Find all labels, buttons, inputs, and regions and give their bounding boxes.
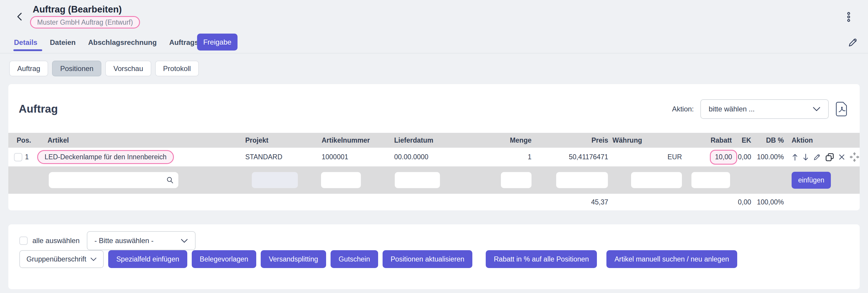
move-down-icon[interactable] [802, 153, 809, 162]
col-header-lieferdatum: Lieferdatum [386, 136, 464, 144]
tabs-separator [0, 53, 868, 54]
bulk-action-select-value: - Bitte auswählen - [95, 236, 154, 245]
row-lieferdatum: 00.00.0000 [386, 153, 464, 161]
copy-row-icon[interactable] [825, 153, 834, 162]
col-header-aktion: Aktion [787, 136, 860, 144]
row-actions [787, 152, 860, 163]
new-position-row: einfügen [8, 166, 860, 194]
bulk-action-select[interactable]: - Bitte auswählen - [87, 231, 195, 250]
col-header-pos: Pos. [8, 136, 34, 144]
total-db: 100,00% [754, 198, 787, 206]
artikel-manuell-suchen-button[interactable]: Artikel manuell suchen / neu anlegen [607, 250, 737, 268]
row-projekt: STANDARD [238, 153, 315, 161]
col-header-waehrung: Währung [611, 136, 685, 144]
delete-row-icon[interactable] [838, 153, 845, 161]
artikelnummer-input[interactable] [321, 172, 361, 188]
bulk-actions-card: alle auswählen - Bitte auswählen - Grupp… [8, 224, 860, 289]
select-all-checkbox[interactable] [19, 236, 28, 245]
col-header-menge: Menge [464, 136, 535, 144]
order-positions-card: Auftrag Aktion: bitte wählen ... [8, 84, 860, 210]
view-subtabs: Auftrag Positionen Vorschau Protokoll [9, 61, 199, 76]
rabatt-alle-positionen-button[interactable]: Rabatt in % auf alle Positionen [486, 250, 597, 268]
subtab-vorschau[interactable]: Vorschau [105, 61, 151, 76]
pdf-export-button[interactable] [835, 102, 848, 117]
spezialfeld-einfuegen-button[interactable]: Spezialfeld einfügen [108, 250, 187, 268]
order-edit-page: Auftrag (Bearbeiten) Muster GmbH Auftrag… [0, 0, 868, 293]
col-header-ek: EK [737, 136, 754, 144]
preis-input[interactable] [556, 172, 608, 188]
edit-row-icon[interactable] [813, 153, 821, 162]
col-header-artikel: Artikel [34, 136, 238, 144]
positionen-aktualisieren-button[interactable]: Positionen aktualisieren [382, 250, 472, 268]
artikel-highlight-badge: LED-Deckenlampe für den Innenbereich [37, 150, 174, 164]
lieferdatum-input[interactable] [395, 172, 440, 188]
row-artikelnummer: 1000001 [315, 153, 386, 161]
row-waehrung: EUR [611, 153, 685, 161]
move-up-icon[interactable] [792, 153, 799, 162]
kebab-menu-button[interactable] [845, 12, 852, 22]
belegevorlagen-button[interactable]: Belegevorlagen [192, 250, 256, 268]
select-all-row: alle auswählen - Bitte auswählen - [8, 224, 860, 250]
action-select-value: bitte wählen ... [709, 105, 755, 113]
gruppenueberschrift-button[interactable]: Gruppenüberschrift [19, 250, 104, 268]
col-header-db: DB % [754, 136, 787, 144]
versandsplitting-button[interactable]: Versandsplitting [261, 250, 326, 268]
total-ek: 0,00 [737, 198, 754, 206]
order-card-actions: Aktion: bitte wählen ... [672, 99, 848, 119]
chevron-left-icon [15, 11, 25, 22]
order-subtitle-badge: Muster GmbH Auftrag (Entwurf) [30, 16, 140, 29]
order-card-header: Auftrag Aktion: bitte wählen ... [8, 84, 860, 133]
menge-input[interactable] [501, 172, 531, 188]
action-select[interactable]: bitte wählen ... [700, 99, 829, 119]
back-button[interactable] [15, 11, 25, 22]
artikel-search-input[interactable] [49, 172, 178, 188]
projekt-input-disabled [252, 172, 298, 188]
row-checkbox[interactable] [14, 153, 22, 161]
order-card-title: Auftrag [19, 103, 58, 115]
subtab-positionen[interactable]: Positionen [52, 61, 101, 76]
col-header-projekt: Projekt [238, 136, 315, 144]
chevron-down-icon [90, 257, 97, 261]
table-row: 1 LED-Deckenlampe für den Innenbereich S… [8, 148, 860, 166]
col-header-preis: Preis [535, 136, 611, 144]
waehrung-input[interactable] [631, 172, 682, 188]
pencil-icon [847, 37, 859, 48]
row-db: 100.00% [754, 153, 787, 161]
insert-position-button[interactable]: einfügen [792, 172, 831, 189]
subtab-auftrag[interactable]: Auftrag [9, 61, 48, 76]
tab-abschlagsrechnung[interactable]: Abschlagsrechnung [88, 38, 157, 47]
page-title: Auftrag (Bearbeiten) [33, 4, 122, 15]
row-ek: 0,00 [737, 153, 754, 161]
total-preis: 45,37 [535, 198, 611, 206]
select-all-label: alle auswählen [32, 236, 80, 245]
tab-dateien[interactable]: Dateien [50, 38, 76, 47]
gruppenueberschrift-label: Gruppenüberschrift [27, 255, 86, 263]
drag-move-icon[interactable] [849, 152, 860, 163]
totals-row: 45,37 0,00 100,00% [8, 194, 860, 210]
main-tabs: Details Dateien Abschlagsrechnung Auftra… [14, 34, 219, 51]
positions-table-header: Pos. Artikel Projekt Artikelnummer Liefe… [8, 133, 860, 148]
row-rabatt: 10,00 [715, 153, 732, 161]
action-label: Aktion: [672, 105, 694, 113]
kebab-menu-icon [845, 12, 852, 22]
rabatt-highlight-badge: 10,00 [710, 150, 737, 165]
bulk-action-buttons: Gruppenüberschrift Spezialfeld einfügen … [8, 250, 860, 268]
col-header-artikelnummer: Artikelnummer [315, 136, 386, 144]
row-preis: 50,41176471 [535, 153, 611, 161]
col-header-rabatt: Rabatt [685, 136, 737, 144]
gutschein-button[interactable]: Gutschein [331, 250, 378, 268]
artikel-name: LED-Deckenlampe für den Innenbereich [44, 153, 166, 161]
chevron-down-icon [181, 239, 188, 243]
row-pos: 1 [25, 153, 34, 161]
tab-details[interactable]: Details [14, 38, 37, 47]
edit-page-button[interactable] [847, 37, 859, 48]
order-subtitle-label: Muster GmbH Auftrag (Entwurf) [37, 19, 133, 27]
pdf-file-icon [835, 102, 848, 117]
search-icon [166, 176, 174, 184]
freigabe-button[interactable]: Freigabe [197, 34, 238, 51]
chevron-down-icon [813, 107, 820, 111]
subtab-protokoll[interactable]: Protokoll [155, 61, 199, 76]
rabatt-input[interactable] [691, 172, 730, 188]
row-menge: 1 [464, 153, 535, 161]
